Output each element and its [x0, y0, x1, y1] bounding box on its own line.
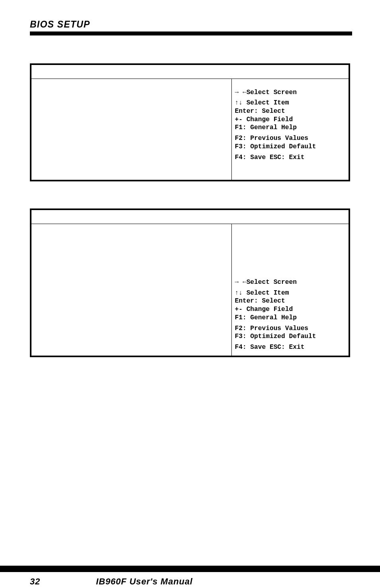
help-block: → ←Select Screen ↑↓ Select Item Enter: S… — [235, 226, 346, 352]
help-select-item: ↑↓ Select Item — [235, 99, 346, 107]
help-save-exit: F4: Save ESC: Exit — [235, 343, 346, 352]
help-select-screen: → ←Select Screen — [235, 88, 346, 97]
table-help-cell: → ←Select Screen ↑↓ Select Item Enter: S… — [231, 79, 349, 181]
page-number: 32 — [30, 576, 40, 587]
table-left-cell — [31, 224, 231, 356]
header-divider — [30, 31, 352, 35]
help-optimized-default: F3: Optimized Default — [235, 143, 346, 151]
table-body-row: → ←Select Screen ↑↓ Select Item Enter: S… — [31, 79, 349, 181]
help-general-help: F1: General Help — [235, 314, 346, 322]
help-change-field: +- Change Field — [235, 116, 346, 124]
help-enter: Enter: Select — [235, 107, 346, 116]
bios-table-1: → ←Select Screen ↑↓ Select Item Enter: S… — [30, 63, 350, 181]
table-header-cell — [31, 209, 349, 224]
help-block: → ←Select Screen ↑↓ Select Item Enter: S… — [235, 81, 346, 176]
table-header-row — [31, 209, 349, 224]
help-select-item: ↑↓ Select Item — [235, 289, 346, 297]
manual-title: IB960F User's Manual — [96, 576, 193, 587]
table-body-row: → ←Select Screen ↑↓ Select Item Enter: S… — [31, 224, 349, 356]
help-optimized-default: F3: Optimized Default — [235, 332, 346, 341]
footer: 32 IB960F User's Manual — [0, 576, 380, 587]
section-title: BIOS SETUP — [30, 19, 352, 30]
table-header-cell — [31, 64, 349, 79]
help-select-screen: → ←Select Screen — [235, 278, 346, 287]
tables-container: → ←Select Screen ↑↓ Select Item Enter: S… — [0, 35, 380, 357]
footer-divider — [0, 566, 380, 572]
help-change-field: +- Change Field — [235, 305, 346, 314]
help-previous-values: F2: Previous Values — [235, 134, 346, 143]
help-previous-values: F2: Previous Values — [235, 324, 346, 333]
table-header-row — [31, 64, 349, 79]
help-save-exit: F4: Save ESC: Exit — [235, 153, 346, 162]
bios-table-2: → ←Select Screen ↑↓ Select Item Enter: S… — [30, 208, 350, 357]
header-section: BIOS SETUP — [0, 0, 380, 35]
table-left-cell — [31, 79, 231, 181]
help-enter: Enter: Select — [235, 297, 346, 305]
help-general-help: F1: General Help — [235, 124, 346, 132]
table-help-cell: → ←Select Screen ↑↓ Select Item Enter: S… — [231, 224, 349, 356]
